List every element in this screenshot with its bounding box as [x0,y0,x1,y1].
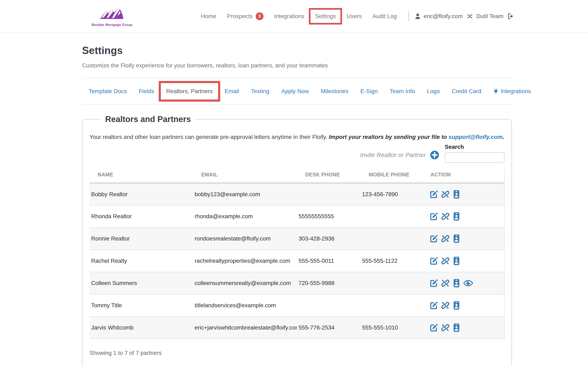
invite-realtor-control: Invite Realtor or Partner [360,150,439,160]
tab-integrations[interactable]: Integrations [493,88,531,95]
nav-item-prospects[interactable]: Prospects3 [227,12,263,20]
id-badge-button[interactable] [452,279,461,288]
partner-row-bobby-realtor: Bobby Realtorbobby123@example.com123-456… [89,183,504,205]
table-controls: Invite Realtor or Partner Search [89,144,504,163]
plus-circle-icon [430,150,439,160]
prospects-count-badge: 3 [256,12,263,20]
tab-realtors-partners[interactable]: Realtors, Partners [159,81,220,102]
edit-button[interactable] [429,234,438,243]
partner-mobile-phone [360,294,429,317]
invite-realtor-label: Invite Realtor or Partner [360,152,426,159]
column-header-action: ACTION [429,168,504,183]
partner-desk-phone: 555-776-2534 [297,317,360,339]
edit-button[interactable] [429,256,438,266]
partner-actions [429,250,504,272]
partner-email: titlelandservices@example.com [193,294,297,317]
brand-logo[interactable]: Boulder Mortgage Group [92,6,132,27]
partner-desk-phone: 720-555-9988 [297,272,360,294]
column-header-name[interactable]: NAME [89,168,193,183]
partner-name: Bobby Realtor [89,183,193,205]
id-badge-icon [452,323,461,332]
id-badge-icon [452,190,461,199]
nav-item-users[interactable]: Users [347,13,362,20]
nav-item-home[interactable]: Home [201,13,216,20]
partner-actions [429,272,504,294]
unlink-button[interactable] [441,301,450,310]
unlink-button[interactable] [441,190,450,199]
partner-row-tommy-title: Tommy Titletitlelandservices@example.com [89,294,504,317]
search-input[interactable] [445,152,504,163]
top-navbar: Boulder Mortgage Group HomeProspects3Int… [0,0,588,33]
partner-desk-phone [297,294,360,317]
id-badge-button[interactable] [452,190,461,199]
id-badge-button[interactable] [452,234,461,243]
nav-divider [408,11,409,21]
tab-credit-card[interactable]: Credit Card [452,88,481,95]
tab-texting[interactable]: Texting [251,88,270,95]
unlink-button[interactable] [441,256,450,266]
id-badge-button[interactable] [452,256,461,266]
partner-email: bobby123@example.com [193,183,297,205]
id-badge-icon [452,279,461,288]
tab-template-docs[interactable]: Template Docs [89,88,127,95]
id-badge-icon [452,234,461,243]
edit-icon [429,190,438,199]
partner-row-ronnie-realtor: Ronnie Realtorrondoesrealestate@floify.c… [89,228,504,250]
partner-actions [429,228,504,250]
partner-name: Rachel Realty [89,250,193,272]
partner-row-jarvis-whitcomb: Jarvis Whitcomberic+jarviswhitcombreales… [89,317,504,339]
edit-icon [429,256,438,266]
partner-name: Jarvis Whitcomb [89,317,193,339]
edit-button[interactable] [429,323,438,332]
tab-e-sign[interactable]: E-Sign [360,88,378,95]
edit-icon [429,279,438,288]
tab-logo[interactable]: Logo [427,88,440,95]
tab-milestones[interactable]: Milestones [321,88,348,95]
main-nav: HomeProspects3IntegrationsSettingsUsersA… [201,12,397,20]
edit-button[interactable] [429,190,438,199]
nav-user-area: eric@floify.com Dutil Team [408,11,517,21]
intro-text: Your realtors and other loan partners ca… [89,134,329,140]
switch-team-icon[interactable] [467,13,473,19]
add-partner-button[interactable] [430,150,439,160]
unlink-button[interactable] [441,279,450,288]
support-email-link[interactable]: support@floify.com [449,134,503,140]
unlink-icon [441,256,450,266]
partner-row-rhonda-realtor: Rhonda Realtorrhonda@example.com55555555… [89,205,504,228]
search-control: Search [445,144,504,163]
team-switcher[interactable]: Dutil Team [476,13,503,20]
tab-fields[interactable]: Fields [139,88,154,95]
column-header-desk-phone[interactable]: DESK PHONE [297,168,360,183]
partners-table: NAME EMAIL DESK PHONE MOBILE PHONE ACTIO… [89,168,504,339]
search-label: Search [445,144,504,150]
unlink-button[interactable] [441,234,450,243]
user-email[interactable]: eric@floify.com [424,13,463,20]
edit-button[interactable] [429,212,438,221]
tab-team-info[interactable]: Team Info [390,88,415,95]
id-badge-button[interactable] [452,323,461,332]
column-header-email[interactable]: EMAIL [193,168,297,183]
nav-item-audit-log[interactable]: Audit Log [372,13,397,20]
nav-item-settings[interactable]: Settings [309,8,342,24]
partner-actions [429,183,504,205]
panel-legend: Realtors and Partners [101,114,195,124]
realtors-partners-panel: Realtors and Partners Your realtors and … [82,114,512,366]
edit-button[interactable] [429,279,438,288]
eye-button[interactable] [463,279,473,288]
tab-apply-now[interactable]: Apply Now [281,88,309,95]
sign-out-icon[interactable] [508,13,514,20]
unlink-icon [441,301,450,310]
edit-button[interactable] [429,301,438,310]
id-badge-button[interactable] [452,212,461,221]
id-badge-button[interactable] [452,301,461,310]
panel-intro: Your realtors and other loan partners ca… [89,134,504,140]
unlink-icon [441,279,450,288]
unlink-button[interactable] [441,323,450,332]
unlink-button[interactable] [441,212,450,221]
column-header-mobile-phone[interactable]: MOBILE PHONE [360,168,429,183]
tab-email[interactable]: Email [225,88,239,95]
table-pagination-status: Showing 1 to 7 of 7 partners [89,350,504,356]
nav-item-integrations[interactable]: Integrations [274,13,304,20]
partner-mobile-phone: 555-555-1010 [360,317,429,339]
partner-desk-phone [297,183,360,205]
